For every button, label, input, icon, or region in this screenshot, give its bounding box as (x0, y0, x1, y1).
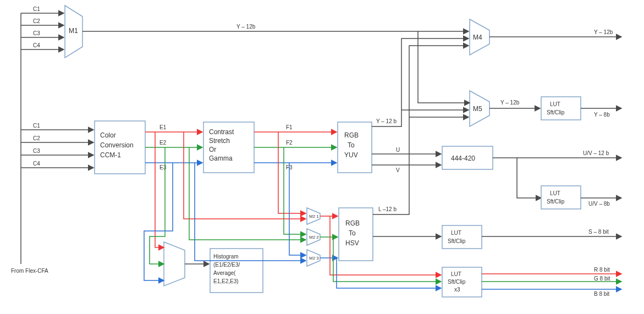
block-contrast-l1: Contrast (209, 128, 234, 136)
wire (284, 147, 306, 234)
block-ccm-l3: CCM-1 (100, 151, 121, 159)
signal-label: V (396, 167, 400, 173)
signal-label: E3 (159, 164, 167, 170)
output-label: G 8 bit (594, 276, 610, 282)
signal-label: U (396, 147, 400, 153)
mux-hist (164, 242, 185, 286)
block-contrast-l2: Stretch (209, 137, 230, 145)
block-hist-l4: E1,E2,E3) (213, 278, 239, 284)
input-label: C4 (33, 42, 40, 48)
block-lut-rgb-l2: Sft/Clip (448, 279, 466, 285)
output-label: R 8 bit (594, 267, 610, 273)
block-lut-y-l2: Sft/Clip (547, 109, 565, 115)
input-label: C1 (33, 123, 40, 129)
wire (155, 132, 164, 247)
block-hist-l1: Histogram (213, 254, 239, 260)
block-lut-rgb-l3: x3 (454, 287, 460, 293)
mux-m2-3-label: M2 3 (309, 256, 319, 261)
output-label: B 8 bit (594, 291, 610, 297)
block-yuv-l3: YUV (344, 151, 358, 159)
wire (517, 158, 541, 198)
wire (372, 38, 469, 126)
input-label: C3 (33, 148, 40, 154)
wire (289, 163, 306, 255)
block-lut-rgb-l1: LUT (451, 271, 461, 277)
wire (373, 46, 469, 214)
block-ccm-l2: Conversion (100, 141, 134, 149)
input-label: C3 (33, 30, 40, 36)
block-yuv-l1: RGB (344, 131, 359, 139)
block-hsv-l1: RGB (345, 219, 360, 227)
wire (337, 258, 441, 288)
mux-m4-label: M4 (473, 34, 482, 41)
output-label: U/V – 8b (588, 201, 610, 207)
wire (418, 31, 470, 103)
input-label: C2 (33, 18, 40, 24)
block-contrast-l3: Or (209, 146, 216, 153)
signal-label: Y – 12b (236, 24, 256, 30)
block-rgb-yuv (338, 122, 372, 173)
block-contrast-l4: Gamma (209, 155, 233, 162)
block-444-420-label: 444-420 (451, 155, 475, 162)
input-label: C1 (33, 6, 40, 12)
block-lut-y-l1: LUT (550, 101, 560, 107)
block-lut-s-l1: LUT (451, 230, 461, 236)
input-label: C2 (33, 135, 40, 141)
output-label: Y – 12b (594, 29, 613, 35)
signal-label: F1 (286, 124, 293, 130)
output-label: S – 8 bit (588, 229, 609, 235)
input-label: C4 (33, 161, 40, 167)
block-lut-s (442, 225, 482, 249)
block-hsv-l3: HSV (345, 239, 359, 247)
block-yuv-l2: To (348, 141, 355, 149)
signal-label: F2 (286, 140, 293, 146)
signal-label: E1 (159, 124, 167, 130)
block-lut-uv-l2: Sft/Clip (547, 199, 565, 205)
block-lut-s-l2: Sft/Clip (448, 238, 466, 244)
signal-label: Y – 12b (500, 100, 520, 106)
block-lut-uv-l1: LUT (550, 190, 560, 196)
block-rgb-hsv (339, 208, 373, 261)
block-ccm-l1: Color (100, 131, 116, 139)
mux-m5-label: M5 (473, 105, 482, 113)
mux-m2-2-label: M2 2 (309, 235, 319, 240)
block-hsv-l2: To (349, 229, 356, 237)
from-label: From Flex-CFA (11, 268, 48, 274)
output-label: Y – 8b (594, 112, 610, 118)
signal-label: E2 (159, 140, 167, 146)
mux-m1-label: M1 (69, 27, 78, 35)
block-hist-l3: Average( (213, 270, 236, 276)
signal-label: L –12 b (378, 206, 397, 212)
output-label: U/V – 12 b (583, 150, 609, 156)
block-lut-uv (541, 186, 581, 209)
signal-label: Y – 12 b (376, 118, 397, 124)
block-lut-y (541, 97, 581, 120)
block-hist-l2: (E1/E2/E3/ (213, 262, 240, 268)
mux-m2-1-label: M2 1 (309, 214, 319, 219)
